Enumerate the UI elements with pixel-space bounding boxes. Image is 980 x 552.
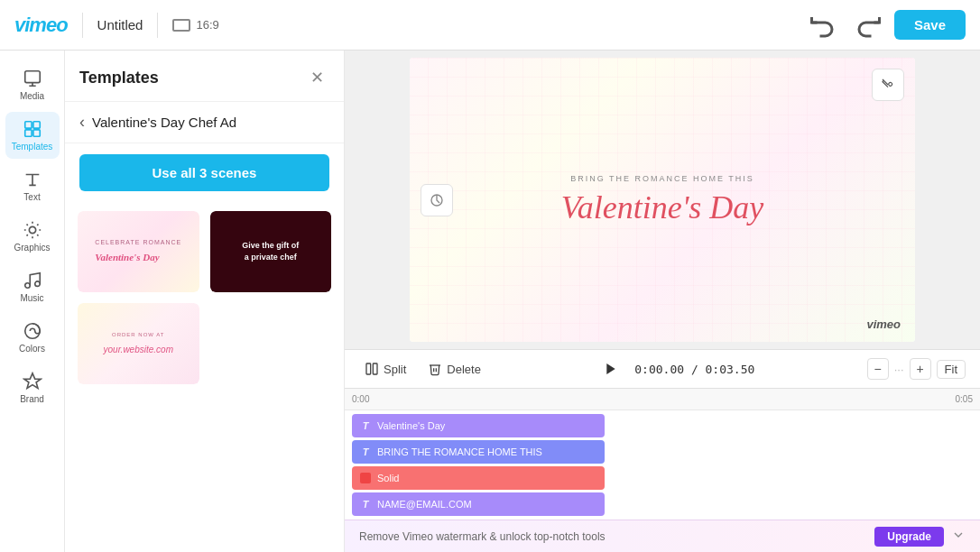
delete-icon	[428, 362, 442, 376]
vimeo-logo: vimeo	[14, 14, 68, 37]
split-label: Split	[384, 363, 406, 376]
paint-bucket-button[interactable]	[872, 69, 904, 101]
undo-icon	[808, 9, 840, 41]
canvas-float-toolbar	[872, 69, 904, 101]
zoom-dots: ···	[894, 363, 904, 376]
svg-rect-2	[32, 122, 39, 128]
timeline-tracks: T Valentine's Day T BRING THE ROMANCE HO…	[345, 410, 980, 520]
expand-upgrade-button[interactable]	[951, 528, 966, 546]
topbar-actions: Save	[808, 9, 966, 41]
svg-rect-0	[24, 71, 40, 83]
time-separator: /	[691, 363, 706, 376]
use-all-scenes-button[interactable]: Use all 3 scenes	[79, 154, 329, 191]
svg-point-6	[24, 283, 30, 289]
shape-icon	[429, 192, 445, 208]
media-label: Media	[20, 91, 44, 101]
svg-rect-1	[24, 122, 31, 128]
track-text-icon-2: T	[359, 446, 372, 458]
music-label: Music	[20, 293, 43, 303]
monitor-icon	[172, 19, 190, 32]
track-label-3: Solid	[377, 473, 399, 483]
redo-button[interactable]	[851, 9, 883, 41]
canvas-subtitle: BRING THE ROMANCE HOME THIS	[570, 174, 754, 183]
thumb3-preview: ORDER NOW AT your.website.com	[78, 303, 199, 384]
zoom-out-button[interactable]: −	[867, 358, 889, 380]
thumb2-text: Give the gift ofa private chef	[242, 240, 299, 262]
total-time: 0:03.50	[706, 363, 755, 376]
track-valentines-day[interactable]: T Valentine's Day	[352, 414, 605, 437]
canvas-title: Valentine's Day	[561, 189, 764, 226]
thumb2-preview: Give the gift ofa private chef	[210, 211, 332, 292]
canvas-left-toolbar	[421, 184, 453, 216]
svg-point-5	[29, 226, 35, 233]
sidebar-item-templates[interactable]: Templates	[5, 112, 60, 159]
media-icon	[23, 69, 42, 88]
track-label-2: BRING THE ROMANCE HOME THIS	[377, 446, 542, 457]
split-button[interactable]: Split	[359, 358, 411, 380]
svg-marker-12	[607, 363, 615, 374]
sidebar-item-brand[interactable]: Brand	[5, 364, 60, 411]
main-layout: Media Templates Text Graphics Music Colo…	[0, 51, 980, 552]
sidebar: Media Templates Text Graphics Music Colo…	[0, 51, 65, 552]
music-icon	[23, 271, 42, 290]
current-time: 0:00.00	[634, 363, 684, 376]
svg-rect-11	[373, 363, 377, 374]
templates-label: Templates	[12, 142, 53, 152]
play-button[interactable]	[598, 358, 624, 380]
track-email[interactable]: T NAME@EMAIL.COM	[352, 492, 605, 516]
zoom-in-button[interactable]: +	[910, 358, 931, 380]
template-thumb-2[interactable]: Give the gift ofa private chef	[208, 209, 334, 294]
thumb3-sub: ORDER NOW AT	[104, 332, 173, 337]
text-label: Text	[23, 192, 40, 202]
template-grid: CELEBRATE ROMANCE Valentine's Day Give t…	[65, 202, 344, 393]
sidebar-item-graphics[interactable]: Graphics	[5, 213, 60, 260]
breadcrumb-text: Valentine's Day Chef Ad	[92, 115, 236, 130]
brand-label: Brand	[20, 394, 44, 404]
canvas-frame: BRING THE ROMANCE HOME THIS Valentine's …	[410, 58, 915, 342]
templates-panel: Templates ✕ ‹ Valentine's Day Chef Ad Us…	[65, 51, 345, 552]
breadcrumb: ‹ Valentine's Day Chef Ad	[65, 102, 344, 143]
track-label-4: NAME@EMAIL.COM	[377, 499, 472, 510]
timeline-ruler: 0:00 0:05	[345, 389, 980, 410]
delete-button[interactable]: Delete	[422, 358, 486, 380]
aspect-ratio: 16:9	[172, 18, 218, 32]
upgrade-bar: Remove Vimeo watermark & unlock top-notc…	[345, 520, 980, 552]
shape-selector-button[interactable]	[421, 184, 453, 216]
canvas-vimeo-watermark: vimeo	[866, 317, 901, 331]
track-text-icon-1: T	[359, 419, 372, 432]
svg-rect-4	[32, 130, 39, 136]
zoom-fit-button[interactable]: Fit	[937, 360, 966, 379]
sidebar-item-colors[interactable]: Colors	[5, 314, 60, 361]
topbar-divider	[82, 13, 83, 38]
paint-bucket-icon	[881, 78, 895, 92]
play-icon	[604, 362, 618, 376]
text-icon	[23, 170, 42, 189]
template-thumb-1[interactable]: CELEBRATE ROMANCE Valentine's Day	[76, 209, 201, 294]
upgrade-text: Remove Vimeo watermark & unlock top-notc…	[359, 530, 606, 543]
save-button[interactable]: Save	[894, 10, 966, 40]
ruler-start: 0:00	[352, 394, 369, 404]
track-solid[interactable]: Solid	[352, 466, 605, 490]
colors-label: Colors	[19, 344, 45, 354]
sidebar-item-music[interactable]: Music	[5, 263, 60, 310]
upgrade-button[interactable]: Upgrade	[874, 527, 944, 547]
track-romance[interactable]: T BRING THE ROMANCE HOME THIS	[352, 440, 605, 464]
breadcrumb-back-button[interactable]: ‹	[79, 113, 85, 132]
close-panel-button[interactable]: ✕	[304, 65, 329, 90]
project-title[interactable]: Untitled	[97, 17, 143, 32]
undo-button[interactable]	[808, 9, 840, 41]
split-icon	[365, 362, 379, 376]
sidebar-item-text[interactable]: Text	[5, 162, 60, 209]
zoom-controls: − ··· + Fit	[867, 358, 966, 380]
template-thumb-3[interactable]: ORDER NOW AT your.website.com	[76, 301, 201, 386]
canvas-container[interactable]: BRING THE ROMANCE HOME THIS Valentine's …	[345, 51, 980, 349]
sidebar-item-media[interactable]: Media	[5, 61, 60, 108]
templates-icon	[23, 119, 42, 139]
delete-label: Delete	[447, 363, 481, 376]
chevron-down-icon	[951, 528, 966, 542]
time-display: 0:00.00 / 0:03.50	[634, 363, 754, 376]
panel-header: Templates ✕	[65, 51, 344, 102]
thumb1-sub: CELEBRATE ROMANCE	[95, 239, 181, 245]
svg-rect-10	[366, 363, 371, 374]
bottom-toolbar: Split Delete 0:00.00 / 0:03.50 − ··· + F…	[345, 349, 980, 389]
